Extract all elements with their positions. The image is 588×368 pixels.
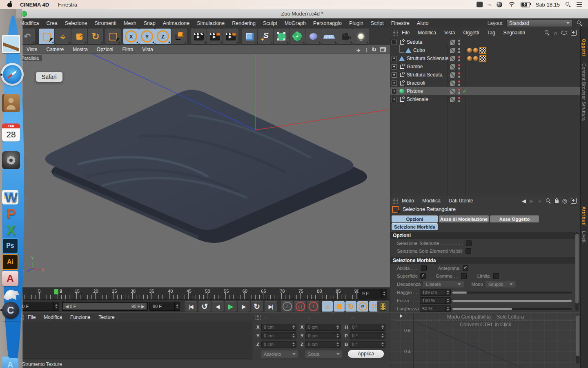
menu-item-personaggio[interactable]: Personaggio [310, 20, 345, 26]
raggio-slider[interactable] [452, 292, 572, 294]
search-icon[interactable] [546, 198, 551, 204]
modo-dropdown[interactable]: Gruppo [486, 281, 516, 287]
search-icon[interactable] [545, 30, 550, 36]
rot-p-stepper[interactable] [380, 333, 385, 339]
tab-struttura[interactable]: Struttura [581, 102, 586, 121]
last-tool-button[interactable] [105, 29, 121, 44]
material-tag-icon[interactable] [473, 56, 478, 61]
apply-button[interactable]: Applica [348, 350, 384, 358]
timeline-ruler[interactable]: 9 0515202530354045505560657075808590 9 F [16, 287, 390, 300]
larghezza-stepper[interactable] [445, 306, 450, 312]
panel-grip-icon[interactable] [255, 314, 261, 320]
section-selezione-morbida[interactable]: Selezione Morbida [390, 257, 575, 264]
frame-stepper[interactable] [381, 289, 387, 298]
visibility-dots[interactable] [458, 48, 460, 53]
history-back-icon[interactable]: ◀ [522, 198, 526, 204]
dock-illustrator[interactable]: Ai [2, 254, 18, 270]
forza-field[interactable]: 100 % [420, 297, 451, 304]
pos-z-stepper[interactable] [291, 341, 296, 348]
scale-z-field[interactable]: 0 cm [305, 341, 341, 348]
pos-y-field[interactable]: 0 cm [261, 332, 296, 339]
rot-p-field[interactable]: 0 ° [350, 332, 385, 339]
coordinate-system-button[interactable] [172, 29, 187, 44]
menu-item-rendering[interactable]: Rendering [228, 20, 259, 26]
tab-asse-oggetto[interactable]: Asse Oggetto [490, 215, 539, 222]
object-name[interactable]: Struttura Schienale [407, 56, 448, 61]
move-button[interactable] [55, 29, 71, 44]
home-icon[interactable] [554, 29, 557, 36]
battery-icon[interactable] [521, 2, 530, 7]
pan-icon[interactable] [355, 46, 361, 52]
visibility-dots[interactable] [458, 40, 460, 45]
object-name[interactable]: Seduta [407, 39, 422, 45]
layer-icon[interactable] [450, 48, 455, 53]
dock-cinema4d[interactable]: C [2, 302, 19, 319]
key-rotation-button[interactable]: ↻ [345, 301, 356, 312]
menu-item-animazione[interactable]: Animazione [159, 20, 193, 26]
abilita-checkbox[interactable] [421, 265, 427, 271]
lock-x-button[interactable]: X [123, 29, 139, 44]
collapse-icon[interactable] [392, 40, 397, 45]
layer-icon[interactable] [450, 97, 455, 102]
keyframe-selection-button[interactable]: ? [307, 301, 319, 312]
menu-item-modifica[interactable]: Modifica [414, 30, 440, 36]
deformer-button[interactable] [290, 29, 305, 44]
viewport-canvas[interactable]: Y X Z [16, 54, 390, 287]
scale-x-stepper[interactable] [335, 324, 340, 330]
menu-item-modo[interactable]: Modo [398, 198, 418, 204]
tab-opzioni[interactable]: Opzioni [392, 215, 438, 222]
record-key-button[interactable]: ⁄ [281, 301, 293, 312]
menu-item-finestre[interactable]: Finestre [388, 20, 413, 26]
parent-up-icon[interactable]: ▲ [537, 198, 542, 204]
zoom-icon[interactable]: ↕ [365, 46, 368, 53]
key-position-button[interactable] [322, 301, 333, 312]
pos-y-stepper[interactable] [291, 333, 296, 339]
camera-button[interactable] [337, 29, 353, 44]
enabled-check-icon[interactable]: ✓ [463, 88, 467, 94]
tab-livelli[interactable]: Livelli [581, 231, 586, 244]
dock-autocad[interactable]: A [2, 271, 18, 286]
object-row-pistone[interactable]: Pistone ✓ [390, 87, 581, 95]
light-button[interactable] [353, 29, 369, 44]
scale-x-field[interactable]: 0 cm [305, 324, 341, 331]
render-picture-viewer-button[interactable] [207, 29, 223, 44]
layer-icon[interactable] [450, 40, 455, 45]
panel-grip-icon[interactable] [392, 198, 398, 204]
expand-icon[interactable] [392, 97, 397, 102]
tab-asse-di-modellazione[interactable]: Asse di Modellazione [439, 215, 489, 222]
scale-y-stepper[interactable] [335, 333, 340, 339]
lock-z-button[interactable]: Z [155, 29, 171, 44]
live-selection-button[interactable] [39, 29, 54, 44]
raggio-stepper[interactable] [445, 289, 450, 295]
menu-item-simulazione[interactable]: Simulazione [193, 20, 228, 26]
layer-icon[interactable] [450, 89, 455, 94]
material-tag-icon[interactable] [467, 56, 472, 61]
forza-stepper[interactable] [445, 298, 450, 303]
menu-item-plugin[interactable]: Plugin [345, 20, 367, 26]
timeline-playhead[interactable] [54, 289, 58, 294]
range-start-stepper[interactable] [53, 302, 59, 310]
notification-center-icon[interactable] [577, 2, 582, 7]
dock-mail[interactable] [2, 35, 20, 53]
wifi-icon[interactable] [508, 2, 515, 7]
menu-item-oggetti[interactable]: Oggetti [459, 30, 483, 36]
object-row-schienale[interactable]: Schienale [390, 95, 581, 103]
goto-end-button[interactable] [265, 301, 277, 312]
object-row-struttura-seduta[interactable]: Struttura Seduta [390, 71, 581, 79]
anteprima-checkbox[interactable] [463, 265, 468, 271]
attribute-scrollbar[interactable] [575, 232, 579, 311]
tab-content-browser[interactable]: Content Browser [581, 63, 586, 100]
lock-y-button[interactable]: Y [139, 29, 155, 44]
menu-item-vista[interactable]: Vista [440, 30, 459, 36]
dock-excel[interactable]: X [2, 221, 20, 239]
dock-contacts[interactable] [2, 94, 20, 112]
object-row-gambe[interactable]: Gambe [390, 63, 581, 71]
visibility-dots[interactable] [458, 89, 460, 94]
menu-item-segnalibri[interactable]: Segnalibri [499, 30, 529, 36]
history-forward-icon[interactable]: ▶ [530, 198, 534, 204]
rotate-view-icon[interactable]: ↻ [372, 46, 376, 53]
menu-item-viste[interactable]: Viste [22, 47, 42, 52]
previous-frame-button[interactable] [212, 301, 224, 312]
dock-system-preferences[interactable] [2, 151, 20, 169]
macos-app-menu[interactable]: CINEMA 4D [20, 2, 49, 8]
